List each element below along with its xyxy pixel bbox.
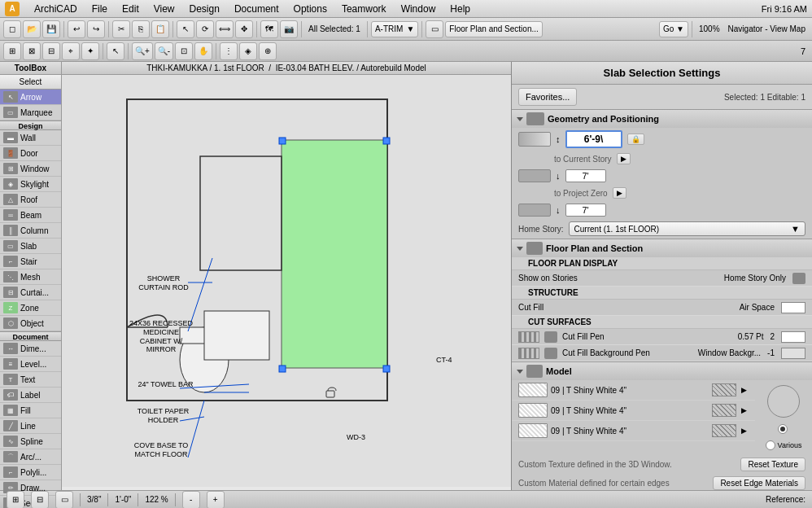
- tool-skylight[interactable]: ◈ Skylight: [0, 177, 61, 192]
- tb2-zoom-in[interactable]: 🔍+: [132, 42, 153, 60]
- show-on-stories-row: Show on Stories Home Story Only: [512, 270, 812, 287]
- menu-file[interactable]: File: [85, 2, 114, 16]
- material-row-1: 09 | T Shiny White 4" ▶: [512, 380, 755, 401]
- home-story-dropdown[interactable]: Current (1. 1st FLOOR) ▼: [569, 221, 805, 236]
- geometry-header[interactable]: Geometry and Positioning: [512, 110, 812, 128]
- toolbar-mirror[interactable]: ⟺: [216, 20, 234, 38]
- tool-object[interactable]: ⬡ Object: [0, 316, 61, 331]
- custom-material-row: Custom Material defined for certain edge…: [512, 474, 812, 490]
- tool-dime[interactable]: ↔ Dime...: [0, 341, 61, 357]
- status-btn3[interactable]: ▭: [55, 491, 73, 509]
- tool-spline[interactable]: ∿ Spline: [0, 434, 61, 449]
- tool-wall[interactable]: ▬ Wall: [0, 130, 61, 146]
- menu-help[interactable]: Help: [443, 2, 477, 16]
- toolbox: ToolBox Select ↖ Arrow ▭ Marquee Design …: [0, 62, 62, 490]
- menu-window[interactable]: Window: [395, 2, 443, 16]
- thickness-input[interactable]: [565, 130, 622, 148]
- toolbar-3d[interactable]: 🗺: [260, 20, 278, 38]
- tool-marquee[interactable]: ▭ Marquee: [0, 105, 61, 120]
- radio-various[interactable]: Various: [766, 440, 802, 450]
- toolbar-copy[interactable]: ⎘: [132, 20, 150, 38]
- tool-window[interactable]: ⊞ Window: [0, 161, 61, 177]
- menu-teamwork[interactable]: Teamwork: [335, 2, 393, 16]
- height2-input[interactable]: [565, 204, 606, 217]
- status-zoom-minus[interactable]: -: [182, 491, 200, 509]
- toolbar-floor-plan[interactable]: ▭: [426, 20, 443, 38]
- model-header[interactable]: Model: [512, 362, 812, 380]
- thickness-lock-btn[interactable]: 🔒: [627, 134, 644, 145]
- cut-fill-value: Air Space: [740, 303, 775, 312]
- tb2-fit[interactable]: ⊡: [175, 42, 193, 60]
- tool-level[interactable]: ≡ Level...: [0, 357, 61, 372]
- status-zoom-plus[interactable]: +: [207, 491, 225, 509]
- tb2-btn5[interactable]: ✦: [81, 42, 99, 60]
- material-row-3: 09 | T Shiny White 4" ▶: [512, 421, 755, 441]
- tool-beam-label: Beam: [20, 211, 41, 220]
- menu-document[interactable]: Document: [228, 2, 286, 16]
- toolbar-redo[interactable]: ↪: [87, 20, 105, 38]
- toolbar-paste[interactable]: 📋: [151, 20, 169, 38]
- tb2-btn4[interactable]: ⌖: [62, 42, 80, 60]
- toolbox-select[interactable]: Select: [0, 75, 61, 90]
- radio-selected[interactable]: [778, 424, 790, 434]
- toolbar-undo[interactable]: ↩: [68, 20, 85, 38]
- toolbar-save[interactable]: 💾: [42, 20, 60, 38]
- tool-door[interactable]: 🚪 Door: [0, 146, 61, 161]
- tool-fill[interactable]: ▦ Fill: [0, 403, 61, 418]
- tool-label[interactable]: 🏷 Label: [0, 388, 61, 403]
- reset-texture-button[interactable]: Reset Texture: [740, 458, 805, 471]
- view-dropdown[interactable]: Floor Plan and Section...: [445, 21, 543, 37]
- tb2-btn1[interactable]: ⊞: [3, 42, 21, 60]
- tb2-ortho[interactable]: ⊕: [259, 42, 277, 60]
- model-icon: [526, 365, 543, 378]
- tool-line[interactable]: ╱ Line: [0, 418, 61, 434]
- menu-options[interactable]: Options: [287, 2, 334, 16]
- tool-mesh[interactable]: ⋱ Mesh: [0, 269, 61, 285]
- toolbar-camera[interactable]: 📷: [280, 20, 298, 38]
- tool-curtain[interactable]: ⊟ Curtai...: [0, 285, 61, 300]
- tool-column[interactable]: ║ Column: [0, 223, 61, 239]
- menu-edit[interactable]: Edit: [116, 2, 146, 16]
- go-dropdown[interactable]: Go ▼: [659, 21, 688, 37]
- tool-text[interactable]: T Text: [0, 372, 61, 388]
- menu-design[interactable]: Design: [183, 2, 226, 16]
- favorites-button[interactable]: Favorites...: [518, 88, 577, 106]
- tool-roof[interactable]: △ Roof: [0, 192, 61, 208]
- tb2-pan[interactable]: ✋: [194, 42, 212, 60]
- tool-zone[interactable]: Z Zone: [0, 300, 61, 316]
- toolbar-move[interactable]: ✥: [235, 20, 253, 38]
- reset-edge-button[interactable]: Reset Edge Materials: [713, 476, 805, 490]
- status-btn2[interactable]: ⊟: [31, 491, 49, 509]
- pen-bg-icon: [544, 348, 557, 359]
- menu-archicad[interactable]: ArchiCAD: [28, 2, 84, 16]
- tb2-grid[interactable]: ⋮: [220, 42, 238, 60]
- project-zero-btn[interactable]: ▶: [613, 187, 626, 199]
- toolbar-select[interactable]: ↖: [177, 20, 194, 38]
- tool-arc[interactable]: ⌒ Arc/...: [0, 449, 61, 465]
- tb2-btn2[interactable]: ⊠: [23, 42, 41, 60]
- toolbar-open[interactable]: 📂: [23, 20, 41, 38]
- toolbar-new[interactable]: ◻: [3, 20, 21, 38]
- tb2-btn3[interactable]: ⊟: [42, 42, 60, 60]
- sep7: [421, 21, 422, 37]
- tool-polyline[interactable]: ⌐ Polyli...: [0, 465, 61, 480]
- toolbar-cut[interactable]: ✂: [112, 20, 130, 38]
- floor-plan-header[interactable]: Floor Plan and Section: [512, 239, 812, 257]
- tb2-zoom-out[interactable]: 🔍-: [155, 42, 173, 60]
- status-btn1[interactable]: ⊞: [7, 491, 24, 509]
- height1-input[interactable]: [565, 169, 606, 182]
- text-icon: T: [3, 374, 18, 385]
- tb2-snap[interactable]: ◈: [239, 42, 257, 60]
- tool-slab[interactable]: ▭ Slab: [0, 239, 61, 254]
- floor-plan-section: Floor Plan and Section FLOOR PLAN DISPLA…: [512, 239, 812, 362]
- current-story-btn[interactable]: ▶: [617, 153, 631, 164]
- toolbar-rotate[interactable]: ⟳: [196, 20, 214, 38]
- menu-view[interactable]: View: [147, 2, 181, 16]
- tool-beam[interactable]: ═ Beam: [0, 208, 61, 223]
- tool-arrow[interactable]: ↖ Arrow: [0, 90, 61, 105]
- tool-stair[interactable]: ⌐ Stair: [0, 254, 61, 269]
- drawing-canvas[interactable]: SHOWER CURTAIN ROD 24X36 RECESSED MEDICI…: [62, 75, 511, 487]
- floor-plan-display-header: FLOOR PLAN DISPLAY: [512, 257, 812, 270]
- layer-dropdown[interactable]: A-TRIM ▼: [371, 21, 418, 37]
- tb2-arrow[interactable]: ↖: [107, 42, 124, 60]
